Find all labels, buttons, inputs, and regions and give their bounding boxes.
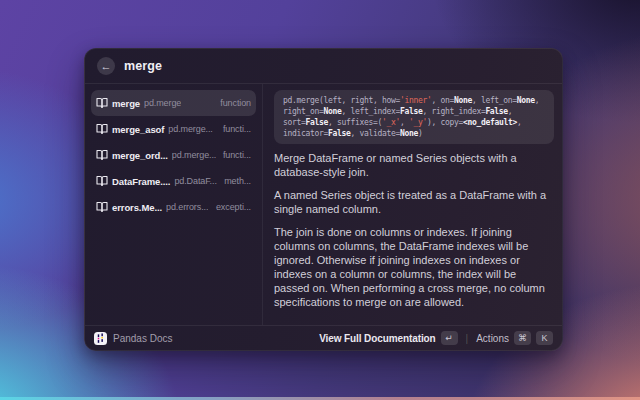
result-title: merge_ord... [112,150,168,161]
list-item[interactable]: merge pd.merge function [91,90,256,116]
code-line: indicator=False, validate=None) [283,128,545,139]
enter-key-icon: ↵ [441,331,458,345]
result-subtitle: pd.merge... [168,124,212,134]
result-subtitle: pd.errors... [166,202,208,212]
detail-panel[interactable]: pd.merge(left, right, how='inner', on=No… [263,84,562,325]
book-icon [96,201,108,213]
result-subtitle: pd.merge... [172,150,216,160]
description: Merge DataFrame or named Series objects … [274,151,554,309]
book-icon [96,123,108,135]
result-type-badge: meth... [224,176,251,186]
result-type-badge: functi... [223,124,251,134]
view-full-documentation-label: View Full Documentation [319,333,435,344]
code-block: pd.merge(left, right, how='inner', on=No… [274,90,554,144]
description-paragraph: Merge DataFrame or named Series objects … [274,151,554,179]
back-button[interactable]: ← [97,57,115,75]
actions-label: Actions [476,333,509,344]
result-subtitle: pd.merge [144,98,181,108]
result-title: errors.Me... [112,202,162,213]
command-key-icon: ⌘ [514,331,531,345]
app-name: Pandas Docs [113,333,172,344]
code-line: right_on=None, left_index=False, right_i… [283,106,545,117]
list-item[interactable]: DataFrame.... pd.DataF... meth... [91,168,256,194]
description-paragraph: A named Series object is treated as a Da… [274,188,554,216]
view-full-documentation-button[interactable]: View Full Documentation ↵ [319,331,457,345]
result-title: DataFrame.... [112,176,170,187]
list-item[interactable]: errors.Me... pd.errors... excepti... [91,194,256,220]
description-paragraph: The join is done on columns or indexes. … [274,225,554,309]
result-title: merge_asof [112,124,164,135]
result-subtitle: pd.DataF... [174,176,216,186]
actions-button[interactable]: Actions ⌘ K [476,331,553,345]
book-icon [96,175,108,187]
list-item[interactable]: merge_asof pd.merge... functi... [91,116,256,142]
footer-divider: | [466,333,469,344]
search-bar: ← merge [85,49,562,84]
back-arrow-icon: ← [101,57,112,75]
book-icon [96,149,108,161]
search-input[interactable]: merge [124,59,162,73]
pandas-logo-icon [94,332,107,345]
k-key-icon: K [536,331,553,345]
footer-bar: Pandas Docs View Full Documentation ↵ | … [85,325,562,350]
result-title: merge [112,98,140,109]
result-type-badge: excepti... [216,202,251,212]
result-type-badge: functi... [223,150,251,160]
results-list: merge pd.merge function merge_asof pd.me… [85,84,263,325]
docs-search-window: ← merge merge pd.merge function merge_as… [84,48,563,351]
list-item[interactable]: merge_ord... pd.merge... functi... [91,142,256,168]
code-line: sort=False, suffixes=('_x', '_y'), copy=… [283,117,545,128]
result-type-badge: function [220,98,251,108]
code-line: pd.merge(left, right, how='inner', on=No… [283,95,545,106]
book-icon [96,97,108,109]
